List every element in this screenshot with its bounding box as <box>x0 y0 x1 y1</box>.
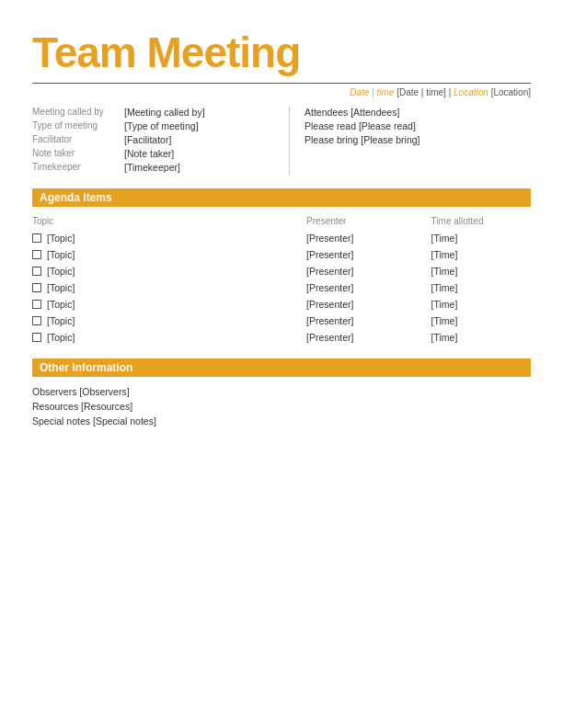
col-header-presenter: Presenter <box>306 216 431 230</box>
info-label: Meeting called by <box>32 107 124 118</box>
info-label: Note taker <box>32 148 124 159</box>
info-value: [Note taker] <box>124 148 174 159</box>
info-left-panel: Meeting called by[Meeting called by]Type… <box>32 107 290 176</box>
info-right-row: Please read [Please read] <box>304 120 531 131</box>
info-grid: Meeting called by[Meeting called by]Type… <box>32 107 531 176</box>
checkbox-icon[interactable] <box>32 267 41 276</box>
time-cell: [Time] <box>431 313 531 329</box>
agenda-section-header: Agenda Items <box>32 188 531 207</box>
time-cell: [Time] <box>431 230 531 246</box>
topic-cell: [Topic] <box>32 329 306 346</box>
table-row: [Topic] [Presenter] [Time] <box>32 296 531 313</box>
info-label: Facilitator <box>32 134 124 145</box>
topic-cell: [Topic] <box>32 246 306 263</box>
table-row: [Topic] [Presenter] [Time] <box>32 230 531 246</box>
time-cell: [Time] <box>431 296 531 313</box>
location-value: [Location] <box>491 87 531 97</box>
info-value: [Type of meeting] <box>124 120 199 131</box>
info-value: [Facilitator] <box>124 134 171 145</box>
presenter-cell: [Presenter] <box>306 296 431 313</box>
checkbox-icon[interactable] <box>32 250 41 259</box>
presenter-cell: [Presenter] <box>306 230 431 246</box>
topic-value: [Topic] <box>47 233 75 244</box>
top-divider <box>32 83 531 84</box>
info-left-row: Timekeeper[Timekeeper] <box>32 162 274 173</box>
topic-cell: [Topic] <box>32 263 306 279</box>
info-label: Timekeeper <box>32 162 124 173</box>
topic-value: [Topic] <box>47 299 75 310</box>
page-title: Team Meeting <box>32 28 531 77</box>
topic-value: [Topic] <box>47 266 75 277</box>
topic-value: [Topic] <box>47 282 75 293</box>
topic-cell: [Topic] <box>32 230 306 246</box>
table-row: [Topic] [Presenter] [Time] <box>32 263 531 279</box>
info-right-panel: Attendees [Attendees]Please read [Please… <box>290 107 531 176</box>
location-label: Location <box>454 87 488 97</box>
presenter-cell: [Presenter] <box>306 246 431 263</box>
checkbox-icon[interactable] <box>32 300 41 309</box>
info-label: Type of meeting <box>32 120 124 131</box>
presenter-cell: [Presenter] <box>306 313 431 329</box>
checkbox-icon[interactable] <box>32 333 41 342</box>
info-value: [Timekeeper] <box>124 162 180 173</box>
info-left-row: Meeting called by[Meeting called by] <box>32 107 274 118</box>
time-cell: [Time] <box>431 279 531 296</box>
presenter-cell: [Presenter] <box>306 329 431 346</box>
other-info-row: Special notes [Special notes] <box>32 415 531 427</box>
time-cell: [Time] <box>431 263 531 279</box>
other-section-header: Other Information <box>32 358 531 377</box>
date-label: Date | time <box>350 87 394 97</box>
other-info-row: Resources [Resources] <box>32 401 531 412</box>
date-placeholder: [Date | time] <box>396 87 446 97</box>
topic-cell: [Topic] <box>32 313 306 329</box>
other-section: Observers [Observers]Resources [Resource… <box>32 386 531 427</box>
topic-cell: [Topic] <box>32 296 306 313</box>
presenter-cell: [Presenter] <box>306 263 431 279</box>
checkbox-icon[interactable] <box>32 283 41 292</box>
topic-cell: [Topic] <box>32 279 306 296</box>
info-right-row: Attendees [Attendees] <box>304 107 531 118</box>
table-row: [Topic] [Presenter] [Time] <box>32 279 531 296</box>
info-value: [Meeting called by] <box>124 107 205 118</box>
other-info-row: Observers [Observers] <box>32 386 531 397</box>
date-location-row: Date | time [Date | time] | Location [Lo… <box>32 87 531 97</box>
checkbox-icon[interactable] <box>32 233 41 243</box>
col-header-time: Time allotted <box>431 216 531 230</box>
topic-value: [Topic] <box>47 315 75 326</box>
topic-value: [Topic] <box>47 332 75 343</box>
col-header-topic: Topic <box>32 216 306 230</box>
table-row: [Topic] [Presenter] [Time] <box>32 313 531 329</box>
info-left-row: Facilitator[Facilitator] <box>32 134 274 145</box>
checkbox-icon[interactable] <box>32 316 41 325</box>
presenter-cell: [Presenter] <box>306 279 431 296</box>
time-cell: [Time] <box>431 329 531 346</box>
info-left-row: Type of meeting[Type of meeting] <box>32 120 274 131</box>
topic-value: [Topic] <box>47 249 75 260</box>
table-row: [Topic] [Presenter] [Time] <box>32 329 531 346</box>
info-left-row: Note taker[Note taker] <box>32 148 274 159</box>
info-right-row: Please bring [Please bring] <box>304 134 531 145</box>
time-cell: [Time] <box>431 246 531 263</box>
agenda-table: Topic Presenter Time allotted [Topic] [P… <box>32 216 531 346</box>
table-row: [Topic] [Presenter] [Time] <box>32 246 531 263</box>
